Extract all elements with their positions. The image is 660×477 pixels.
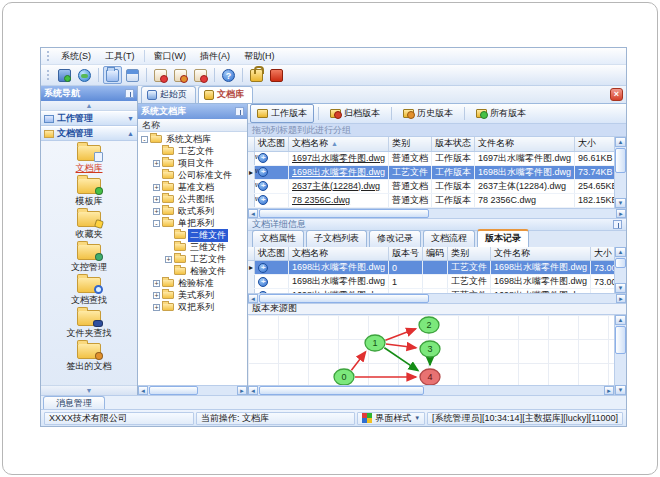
expand-icon[interactable]: + — [153, 196, 160, 203]
version-graph-canvas[interactable]: 01234 — [248, 315, 614, 386]
table-row[interactable]: 2637主体(12284).dwg普通文档工作版本2637主体(12284).d… — [248, 179, 614, 193]
scroll-thumb[interactable] — [259, 386, 424, 395]
scroll-left-icon[interactable]: ◄ — [248, 386, 258, 395]
column-header-文件名称[interactable]: 文件名称 — [491, 247, 591, 261]
detail-tab-文档属性[interactable]: 文档属性 — [252, 230, 304, 247]
column-header-类别[interactable]: 类别 — [448, 247, 491, 261]
mail-alert-button[interactable] — [171, 66, 190, 84]
tree-node[interactable]: +美式系列 — [138, 289, 247, 301]
expand-icon[interactable]: + — [153, 208, 160, 215]
expand-icon[interactable]: + — [153, 184, 160, 191]
scroll-down-icon[interactable]: ▼ — [615, 385, 626, 395]
scroll-up-icon[interactable]: ▲ — [615, 137, 626, 147]
pin-icon[interactable] — [125, 89, 134, 98]
pin-icon[interactable] — [613, 220, 622, 229]
scroll-down-icon[interactable]: ▼ — [615, 198, 626, 208]
menu-item[interactable]: 帮助(H) — [237, 49, 282, 64]
sidebar-item-7[interactable]: 签出的文档 — [41, 343, 137, 373]
column-header-文档名称[interactable]: 文档名称▲ — [289, 137, 389, 151]
sidebar-collapse-down[interactable]: ▼ — [41, 385, 137, 395]
tree-node[interactable]: 公司标准文件 — [138, 169, 247, 181]
scroll-up-icon[interactable]: ▲ — [615, 247, 626, 257]
tree-node[interactable]: -单把系列 — [138, 217, 247, 229]
scroll-right-icon[interactable]: ► — [616, 294, 626, 303]
graph-hscrollbar[interactable]: ◄ ► — [248, 385, 614, 395]
tree-node[interactable]: +工艺文件 — [138, 253, 247, 265]
detail-grid-hscrollbar[interactable]: ◄ ► — [248, 293, 626, 303]
tree-node[interactable]: +基准文档 — [138, 181, 247, 193]
detail-tab-文档流程[interactable]: 文档流程 — [423, 230, 475, 247]
graph-vscrollbar[interactable]: ▲ ▼ — [614, 315, 626, 396]
sidebar-section-work[interactable]: 工作管理 ▼ — [41, 111, 137, 126]
tree-node[interactable]: +检验标准 — [138, 277, 247, 289]
detail-tab-子文档列表[interactable]: 子文档列表 — [306, 230, 367, 247]
scroll-thumb[interactable] — [615, 148, 626, 173]
table-row[interactable]: 1697出水嘴零件图.dwg普通文档工作版本1697出水嘴零件图.dwg96.6… — [248, 151, 614, 165]
group-by-zone[interactable]: 拖动列标题到此进行分组 — [248, 124, 626, 137]
sidebar-item-5[interactable]: 文档查找 — [41, 277, 137, 307]
tree-column-header[interactable]: 名称 — [138, 119, 247, 132]
scroll-thumb[interactable] — [259, 209, 429, 218]
mail-remove-button[interactable] — [191, 66, 210, 84]
detail-tab-版本记录[interactable]: 版本记录 — [477, 229, 529, 247]
tab-文档库[interactable]: 文档库 — [198, 86, 253, 103]
column-header-类别[interactable]: 类别 — [389, 137, 432, 151]
expand-icon[interactable]: + — [165, 256, 172, 263]
tree-node[interactable]: 三维文件 — [138, 241, 247, 253]
scroll-up-icon[interactable]: ▲ — [615, 315, 626, 325]
column-header-版本状态[interactable]: 版本状态 — [432, 137, 475, 151]
tab-message-management[interactable]: 消息管理 — [43, 396, 105, 409]
column-header-版本号[interactable]: 版本号 — [389, 247, 423, 261]
table-row[interactable]: 78 2356C.dwg普通文档工作版本78 2356C.dwg182.15KB… — [248, 193, 614, 207]
tree-node[interactable]: +双把系列 — [138, 301, 247, 313]
detail-tab-修改记录[interactable]: 修改记录 — [369, 230, 421, 247]
tree-node[interactable]: +项目文件 — [138, 157, 247, 169]
collapse-icon[interactable]: - — [141, 136, 148, 143]
workspace-button[interactable] — [55, 66, 74, 84]
expand-icon[interactable]: + — [153, 292, 160, 299]
column-header-文档名称[interactable]: 文档名称 — [289, 247, 389, 261]
tree-node[interactable]: 工艺文件 — [138, 145, 247, 157]
table-row[interactable]: 1698出水嘴零件图.dwg1工艺文件1698出水嘴零件图.dwg73.00KB… — [248, 275, 614, 289]
scroll-left-icon[interactable]: ◄ — [138, 386, 148, 395]
tab-起始页[interactable]: 起始页 — [141, 86, 196, 103]
scroll-right-icon[interactable]: ► — [616, 209, 626, 218]
sidebar-item-1[interactable]: 文档库 — [41, 145, 137, 175]
tree-node[interactable]: 检验文件 — [138, 265, 247, 277]
folder-open-button[interactable] — [103, 66, 122, 84]
help-button[interactable]: ? — [219, 66, 238, 84]
table-row[interactable]: ▸1698出水嘴零件图.dwg工艺文件工作版本1698出水嘴零件图.dwg73.… — [248, 165, 614, 179]
sidebar-item-6[interactable]: 文件夹查找 — [41, 310, 137, 340]
lock-button[interactable] — [247, 66, 266, 84]
column-header-状态图[interactable]: 状态图 — [255, 247, 289, 261]
mail-button[interactable] — [151, 66, 170, 84]
scroll-left-icon[interactable]: ◄ — [248, 209, 258, 218]
expand-icon[interactable]: + — [153, 280, 160, 287]
column-header-大小[interactable]: 大小 — [575, 137, 614, 151]
pin-icon[interactable] — [235, 107, 244, 116]
scroll-thumb[interactable] — [615, 258, 626, 268]
column-header-状态图[interactable]: 状态图 — [255, 137, 289, 151]
menu-item[interactable]: 系统(S) — [54, 49, 98, 64]
toolbar-grip[interactable] — [46, 70, 51, 81]
menu-item[interactable]: 插件(A) — [193, 49, 237, 64]
expand-icon[interactable]: + — [153, 160, 160, 167]
ui-style-dropdown[interactable]: 界面样式 ▼ — [357, 412, 425, 425]
menubar-grip[interactable] — [46, 51, 51, 62]
scroll-right-icon[interactable]: ► — [604, 386, 614, 395]
collapse-icon[interactable]: - — [153, 220, 160, 227]
sidebar-item-2[interactable]: 模板库 — [41, 178, 137, 208]
scroll-thumb[interactable] — [615, 326, 626, 354]
column-header-文件名称[interactable]: 文件名称 — [475, 137, 575, 151]
main-grid-hscrollbar[interactable]: ◄ ► — [248, 208, 626, 218]
tree-node[interactable]: +欧式系列 — [138, 205, 247, 217]
sidebar-item-3[interactable]: 收藏夹 — [41, 211, 137, 241]
button-工作版本[interactable]: 工作版本 — [250, 104, 314, 123]
scroll-thumb[interactable] — [149, 386, 198, 395]
sidebar-item-4[interactable]: 文控管理 — [41, 244, 137, 274]
button-所有版本[interactable]: 所有版本 — [469, 104, 533, 123]
scroll-right-icon[interactable]: ► — [237, 386, 247, 395]
sidebar-section-doc[interactable]: 文档管理 ▲ — [41, 126, 137, 141]
expand-icon[interactable]: + — [153, 304, 160, 311]
scroll-down-icon[interactable]: ▼ — [615, 283, 626, 293]
